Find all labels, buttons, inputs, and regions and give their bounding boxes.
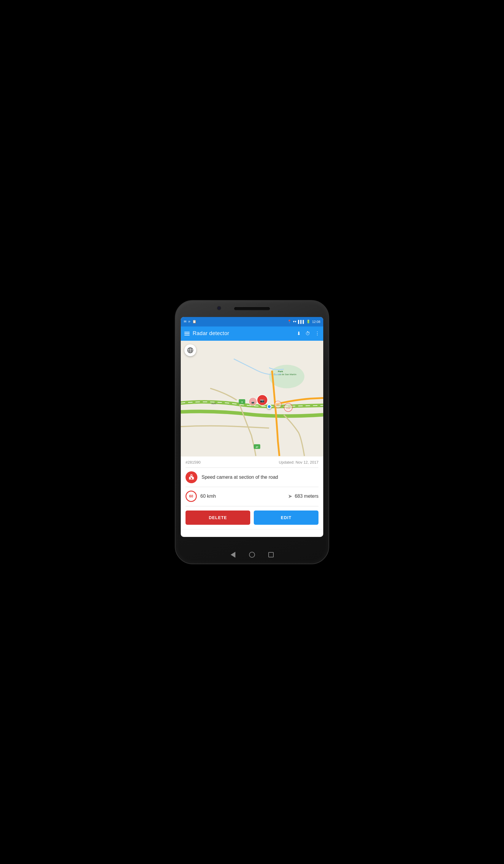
battery-icon: 🔋 bbox=[306, 320, 311, 324]
svg-text:Park: Park bbox=[278, 370, 283, 372]
edit-button[interactable]: EDIT bbox=[254, 511, 319, 525]
clock-display: 12:08 bbox=[312, 320, 320, 324]
delete-button[interactable]: DELETE bbox=[185, 511, 250, 525]
signal-icon: ▌▌▌ bbox=[298, 320, 305, 324]
camera-id: #281590 bbox=[185, 460, 201, 465]
app-bar: Radar detector ⬇ ⏱ ⋮ bbox=[181, 326, 323, 341]
speed-limit-sign: 60 bbox=[185, 491, 197, 502]
clipboard-icon: 📋 bbox=[192, 320, 196, 324]
clock-icon[interactable]: ⏱ bbox=[305, 331, 310, 336]
svg-text:27: 27 bbox=[255, 445, 258, 448]
globe-button[interactable] bbox=[184, 344, 196, 356]
svg-rect-24 bbox=[190, 477, 191, 478]
camera-type-label: Speed camera at section of the road bbox=[202, 475, 278, 480]
panel-header-row: #281590 Updated: Nov 12, 2017 bbox=[185, 460, 319, 468]
distance-label: 683 meters bbox=[295, 494, 319, 499]
hamburger-menu-button[interactable] bbox=[184, 332, 190, 335]
info-panel: #281590 Updated: Nov 12, 2017 CAMERA Spe… bbox=[181, 456, 323, 529]
svg-text:80: 80 bbox=[277, 404, 279, 406]
svg-text:📷: 📷 bbox=[260, 398, 264, 403]
speed-distance-row: 60 60 kmh ➤ 683 meters bbox=[185, 487, 319, 506]
location-icon: 📍 bbox=[287, 320, 291, 324]
back-button[interactable] bbox=[229, 551, 237, 558]
phone-camera bbox=[217, 306, 221, 310]
phone-speaker bbox=[234, 307, 270, 310]
map-view[interactable]: Park Zorrilla de San Martín bbox=[181, 341, 323, 456]
updated-date: Updated: Nov 12, 2017 bbox=[279, 460, 319, 465]
app-title: Radar detector bbox=[193, 331, 294, 337]
user-location-dot bbox=[267, 404, 272, 409]
phone-screen: ✉ ⟳ 📋 📍 ▾▾ ▌▌▌ 🔋 12:08 Radar detector ⬇ bbox=[181, 317, 323, 537]
speed-label: 60 kmh bbox=[200, 494, 288, 499]
recents-button[interactable] bbox=[267, 551, 275, 558]
svg-text:📷: 📷 bbox=[251, 400, 254, 403]
camera-type-icon: CAMERA bbox=[185, 471, 197, 483]
svg-text:110: 110 bbox=[286, 407, 290, 409]
gmail-icon: ✉ bbox=[184, 320, 187, 324]
sync-icon: ⟳ bbox=[188, 320, 191, 323]
svg-point-1 bbox=[269, 364, 304, 388]
status-bar: ✉ ⟳ 📋 📍 ▾▾ ▌▌▌ 🔋 12:08 bbox=[181, 317, 323, 326]
camera-type-row: CAMERA Speed camera at section of the ro… bbox=[185, 468, 319, 487]
more-vert-icon[interactable]: ⋮ bbox=[315, 331, 320, 336]
phone-outer: ✉ ⟳ 📋 📍 ▾▾ ▌▌▌ 🔋 12:08 Radar detector ⬇ bbox=[175, 300, 329, 564]
svg-text:3: 3 bbox=[241, 400, 243, 403]
panel-actions-row: DELETE EDIT bbox=[185, 506, 319, 525]
svg-text:CAMERA: CAMERA bbox=[189, 479, 194, 480]
home-button[interactable] bbox=[249, 551, 255, 558]
nav-bar bbox=[229, 551, 275, 558]
navigation-arrow-icon: ➤ bbox=[288, 493, 292, 500]
download-icon[interactable]: ⬇ bbox=[297, 331, 301, 336]
distance-group: ➤ 683 meters bbox=[288, 493, 319, 500]
wifi-icon: ▾▾ bbox=[293, 320, 297, 324]
